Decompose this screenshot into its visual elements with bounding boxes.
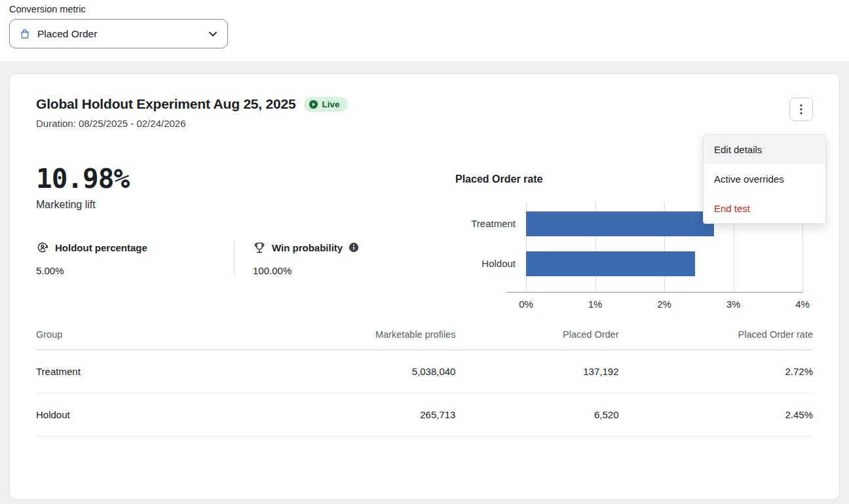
chart-axis-line	[506, 292, 802, 293]
conversion-metric-value: Placed Order	[37, 28, 97, 40]
menu-item-edit-details[interactable]: Edit details	[704, 135, 825, 164]
conversion-metric-section: Conversion metric Placed Order	[0, 0, 849, 62]
menu-item-active-overrides[interactable]: Active overrides	[704, 164, 825, 194]
page-background: Global Holdout Experiment Aug 25, 2025 L…	[0, 62, 849, 504]
card-header: Global Holdout Experiment Aug 25, 2025 L…	[36, 96, 813, 129]
metrics-section: 10.98% Marketing lift	[36, 163, 813, 293]
chart-tick-label: 4%	[795, 298, 810, 310]
trophy-icon	[253, 241, 266, 254]
experiment-duration: Duration: 08/25/2025 - 02/24/2026	[36, 118, 348, 129]
conversion-metric-label: Conversion metric	[9, 4, 849, 14]
holdout-percentage-value: 5.00%	[36, 265, 234, 276]
stats-divider	[234, 241, 235, 276]
chart-bar-row	[526, 243, 802, 283]
table-cell: Treatment	[36, 350, 231, 393]
chart-tick-label: 1%	[588, 298, 603, 310]
table-cell: 2.72%	[618, 350, 813, 393]
win-probability-label: Win probability	[272, 242, 343, 253]
chevron-down-icon	[209, 31, 217, 37]
kebab-icon	[800, 104, 802, 115]
holdout-percentage-label: Holdout percentage	[55, 242, 147, 253]
marketing-lift-label: Marketing lift	[36, 199, 455, 211]
table-row: Holdout265,7136,5202.45%	[36, 393, 813, 437]
table-cell: 137,192	[455, 350, 618, 393]
experiment-card: Global Holdout Experiment Aug 25, 2025 L…	[9, 73, 840, 500]
table-cell: 5,038,040	[231, 350, 456, 393]
live-status-badge: Live	[304, 97, 348, 112]
win-probability-value: 100.00%	[253, 265, 359, 276]
chart-tick-label: 0%	[519, 298, 533, 310]
more-options-button[interactable]	[789, 98, 813, 121]
chart-tick-label: 2%	[657, 298, 671, 310]
holdout-percentage-stat: Holdout percentage 5.00%	[36, 241, 234, 276]
chart-axis-ticks: 0%1%2%3%4%	[526, 293, 802, 312]
conversion-metric-dropdown[interactable]: Placed Order	[9, 19, 228, 48]
table-header-cell: Group	[36, 323, 231, 350]
chart-bar-treatment	[526, 211, 714, 236]
table-header-cell: Placed Order rate	[618, 323, 813, 350]
table-cell: Holdout	[36, 393, 231, 437]
table-cell: 6,520	[455, 393, 618, 437]
chart-category-label: Holdout	[455, 243, 526, 283]
table-cell: 265,713	[231, 393, 456, 437]
chart-category-labels: TreatmentHoldout	[455, 202, 526, 293]
experiment-title: Global Holdout Experiment Aug 25, 2025	[36, 96, 296, 112]
chart-bar-holdout	[526, 251, 695, 276]
substats-row: Holdout percentage 5.00%	[36, 241, 455, 276]
marketing-lift-value: 10.98%	[36, 163, 455, 194]
info-icon[interactable]	[349, 242, 359, 253]
chart-category-label: Treatment	[455, 204, 526, 243]
table-header-row: GroupMarketable profilesPlaced OrderPlac…	[36, 323, 813, 350]
win-probability-stat: Win probability 100.00%	[253, 241, 359, 276]
menu-item-end-test[interactable]: End test	[704, 194, 825, 223]
table-header-cell: Marketable profiles	[231, 323, 456, 350]
live-status-label: Live	[322, 99, 340, 109]
holdout-percentage-icon	[36, 241, 49, 254]
placed-order-icon	[19, 28, 31, 40]
play-icon	[309, 99, 318, 109]
results-table: GroupMarketable profilesPlaced OrderPlac…	[36, 323, 813, 437]
table-body: Treatment5,038,040137,1922.72%Holdout265…	[36, 350, 813, 437]
table-row: Treatment5,038,040137,1922.72%	[36, 350, 813, 393]
chart-tick-label: 3%	[726, 298, 741, 310]
table-header-cell: Placed Order	[455, 323, 618, 350]
options-menu: Edit detailsActive overridesEnd test	[703, 134, 826, 224]
table-cell: 2.45%	[618, 393, 813, 437]
